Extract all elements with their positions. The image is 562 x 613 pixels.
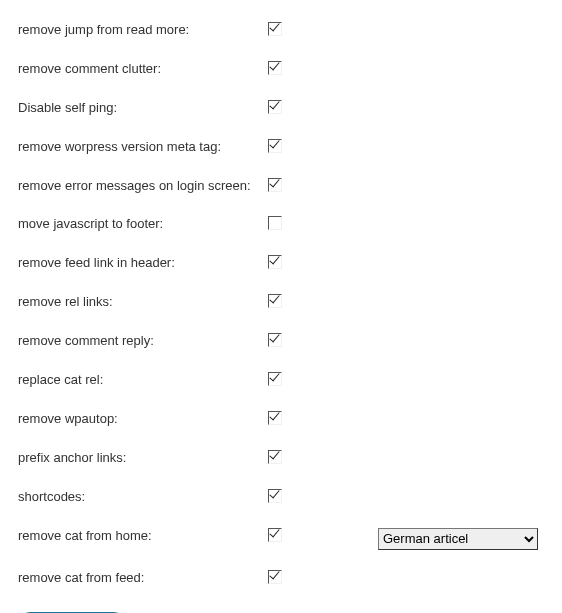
option-label: remove worpress version meta tag: <box>18 129 268 168</box>
option-checkbox[interactable] <box>268 411 282 425</box>
settings-row: replace cat rel: <box>18 362 562 401</box>
option-checkbox[interactable] <box>268 61 282 75</box>
option-checkbox[interactable] <box>268 489 282 503</box>
option-label: remove wpautop: <box>18 401 268 440</box>
option-label: move javascript to footer: <box>18 206 268 245</box>
option-label: remove comment clutter: <box>18 51 268 90</box>
option-label: remove cat from home: <box>18 518 268 560</box>
settings-row: remove cat from feed: <box>18 560 562 599</box>
option-label: prefix anchor links: <box>18 440 268 479</box>
settings-row: Disable self ping: <box>18 90 562 129</box>
settings-row: remove jump from read more: <box>18 12 562 51</box>
option-checkbox[interactable] <box>268 528 282 542</box>
settings-row: remove rel links: <box>18 284 562 323</box>
option-checkbox[interactable] <box>268 178 282 192</box>
settings-row: prefix anchor links: <box>18 440 562 479</box>
option-checkbox[interactable] <box>268 570 282 584</box>
settings-row: remove comment clutter: <box>18 51 562 90</box>
category-select[interactable]: German articel <box>378 528 538 550</box>
option-label: remove rel links: <box>18 284 268 323</box>
option-label: Disable self ping: <box>18 90 268 129</box>
option-label: remove error messages on login screen: <box>18 168 268 207</box>
settings-row: remove feed link in header: <box>18 245 562 284</box>
option-checkbox[interactable] <box>268 139 282 153</box>
option-label: shortcodes: <box>18 479 268 518</box>
settings-row: remove error messages on login screen: <box>18 168 562 207</box>
option-checkbox[interactable] <box>268 372 282 386</box>
settings-row: remove wpautop: <box>18 401 562 440</box>
option-label: remove comment reply: <box>18 323 268 362</box>
settings-row: shortcodes: <box>18 479 562 518</box>
option-checkbox[interactable] <box>268 216 282 230</box>
option-checkbox[interactable] <box>268 333 282 347</box>
option-label: remove jump from read more: <box>18 12 268 51</box>
settings-row: move javascript to footer: <box>18 206 562 245</box>
settings-table: remove jump from read more:remove commen… <box>18 12 562 598</box>
option-checkbox[interactable] <box>268 450 282 464</box>
option-checkbox[interactable] <box>268 255 282 269</box>
option-checkbox[interactable] <box>268 100 282 114</box>
settings-row: remove cat from home:German articel <box>18 518 562 560</box>
option-label: remove feed link in header: <box>18 245 268 284</box>
option-label: replace cat rel: <box>18 362 268 401</box>
settings-row: remove comment reply: <box>18 323 562 362</box>
option-label: remove cat from feed: <box>18 560 268 599</box>
option-checkbox[interactable] <box>268 294 282 308</box>
option-checkbox[interactable] <box>268 22 282 36</box>
settings-row: remove worpress version meta tag: <box>18 129 562 168</box>
